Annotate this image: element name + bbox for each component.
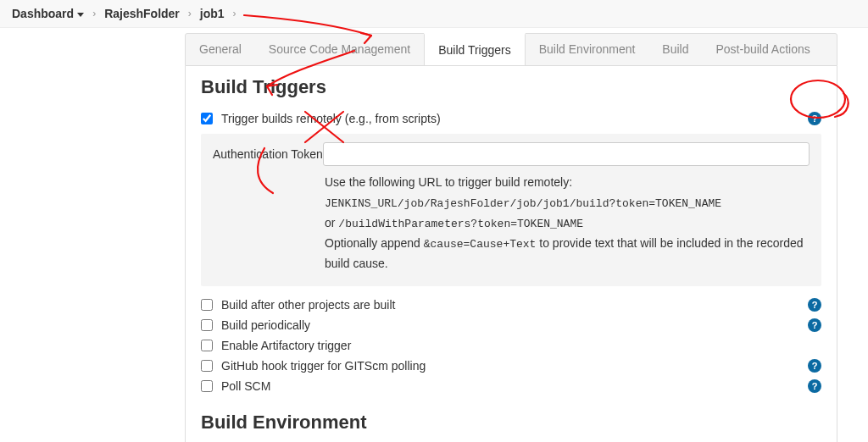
tab-build[interactable]: Build bbox=[648, 34, 702, 65]
breadcrumb-item-dashboard[interactable]: Dashboard bbox=[12, 7, 84, 20]
help-icon[interactable]: ? bbox=[808, 112, 821, 125]
tab-scm[interactable]: Source Code Management bbox=[255, 34, 424, 65]
row-artifactory: Enable Artifactory trigger bbox=[201, 335, 821, 356]
tab-build-triggers[interactable]: Build Triggers bbox=[424, 33, 526, 65]
checkbox-poll-scm[interactable] bbox=[201, 380, 213, 392]
config-panel: Build Triggers Trigger builds remotely (… bbox=[185, 66, 837, 442]
checkbox-artifactory[interactable] bbox=[201, 340, 213, 351]
breadcrumb: Dashboard › RajeshFolder › job1 › bbox=[0, 0, 868, 28]
label-poll-scm: Poll SCM bbox=[221, 379, 270, 393]
tab-general[interactable]: General bbox=[186, 34, 255, 65]
section-title-triggers: Build Triggers bbox=[201, 76, 821, 98]
help-icon[interactable]: ? bbox=[808, 359, 821, 373]
tab-build-env[interactable]: Build Environment bbox=[526, 34, 649, 65]
row-trigger-remotely: Trigger builds remotely (e.g., from scri… bbox=[201, 108, 821, 129]
help-icon[interactable]: ? bbox=[808, 379, 821, 393]
help-icon[interactable]: ? bbox=[808, 298, 821, 312]
checkbox-github-hook[interactable] bbox=[201, 360, 213, 372]
row-build-periodically: Build periodically ? bbox=[201, 315, 821, 335]
chevron-down-icon bbox=[77, 13, 84, 17]
row-poll-scm: Poll SCM ? bbox=[201, 376, 821, 396]
checkbox-build-after[interactable] bbox=[201, 299, 213, 311]
label-trigger-remotely: Trigger builds remotely (e.g., from scri… bbox=[221, 112, 441, 125]
breadcrumb-separator: › bbox=[92, 8, 96, 19]
auth-token-box: Authentication Token Use the following U… bbox=[201, 134, 821, 286]
breadcrumb-separator: › bbox=[188, 8, 192, 19]
label-github-hook: GitHub hook trigger for GITScm polling bbox=[221, 359, 426, 373]
checkbox-trigger-remotely[interactable] bbox=[201, 113, 213, 124]
config-tabs: General Source Code Management Build Tri… bbox=[185, 33, 837, 66]
auth-token-label: Authentication Token bbox=[213, 147, 323, 161]
breadcrumb-separator: › bbox=[233, 8, 236, 19]
row-github-hook: GitHub hook trigger for GITScm polling ? bbox=[201, 356, 821, 376]
tab-postbuild[interactable]: Post-build Actions bbox=[703, 34, 824, 65]
label-build-periodically: Build periodically bbox=[221, 318, 310, 332]
label-build-after: Build after other projects are built bbox=[221, 298, 395, 312]
label-artifactory: Enable Artifactory trigger bbox=[221, 339, 351, 352]
breadcrumb-item-folder[interactable]: RajeshFolder bbox=[104, 7, 180, 20]
help-icon[interactable]: ? bbox=[808, 318, 821, 332]
row-build-after: Build after other projects are built ? bbox=[201, 295, 821, 315]
breadcrumb-item-job[interactable]: job1 bbox=[200, 7, 225, 20]
auth-token-input[interactable] bbox=[323, 142, 810, 166]
checkbox-build-periodically[interactable] bbox=[201, 319, 213, 331]
section-title-env: Build Environment bbox=[201, 412, 821, 434]
auth-token-help: Use the following URL to trigger build r… bbox=[325, 173, 810, 274]
